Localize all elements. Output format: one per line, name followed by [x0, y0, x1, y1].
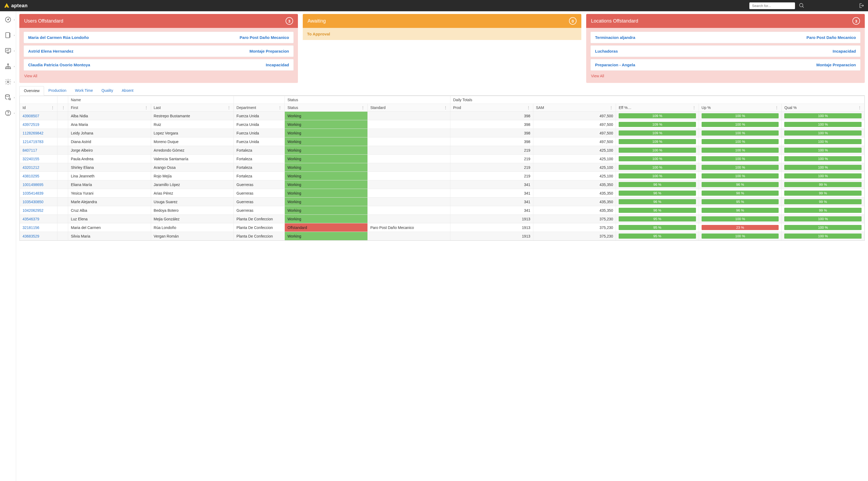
cell-blank	[57, 146, 68, 155]
card-row[interactable]: Maria del Carmen Rúa Londoño Paro Post D…	[24, 32, 293, 43]
cell-id[interactable]: 1035414839	[20, 189, 57, 198]
cell-id[interactable]: 32240155	[20, 155, 57, 163]
table-row[interactable]: 8407117Jorge AlbeiroArredondo GómezForta…	[20, 146, 865, 155]
kebab-icon[interactable]: ⋮	[227, 106, 231, 110]
table-row[interactable]: 43546379Luz ElenaMejia GonzálezPlanta De…	[20, 215, 865, 223]
cell-standard	[367, 129, 451, 138]
sidebar-item-settings[interactable]: ›	[0, 77, 16, 87]
cell-id[interactable]: 1214719783	[20, 138, 57, 146]
sidebar-item-help[interactable]: ›	[0, 108, 16, 118]
cell-id[interactable]: 43546379	[20, 215, 57, 223]
cell-blank	[57, 215, 68, 223]
sidebar-item-docs[interactable]: ›	[0, 30, 16, 40]
kebab-icon[interactable]: ⋮	[775, 106, 779, 110]
table-row[interactable]: 43201212Shirley ElianaArango OssaFortale…	[20, 163, 865, 172]
logo[interactable]: aptean	[4, 3, 28, 8]
reason-link[interactable]: Montaje Preparacion	[249, 49, 289, 53]
card-row[interactable]: Preparacion - Angela Montaje Preparacion	[590, 59, 861, 70]
card-row[interactable]: Claudia Patricia Osorio Montoya Incapaci…	[24, 59, 293, 70]
card-row[interactable]: Terminacion aljandra Paro Post Daño Meca…	[590, 32, 861, 43]
location-name-link[interactable]: Preparacion - Angela	[595, 63, 635, 67]
card-row[interactable]: Luchadoras Incapacidad	[590, 46, 861, 57]
cell-status: Working	[285, 155, 368, 163]
col-header-status[interactable]: Status⋮	[285, 104, 368, 112]
cell-up: 100 %	[699, 129, 782, 138]
sidebar-item-monitor[interactable]: ›	[0, 46, 16, 56]
reason-link[interactable]: Montaje Preparacion	[816, 63, 856, 67]
kebab-icon[interactable]: ⋮	[609, 106, 613, 110]
sidebar-item-database[interactable]: ›	[0, 92, 16, 102]
table-row[interactable]: 1214719783Diana AstridMoreno DuqueFuerza…	[20, 138, 865, 146]
table-row[interactable]: 1042062952Cruz AlbaBedoya BoteroGuerrera…	[20, 206, 865, 215]
card-row[interactable]: Astrid Elena Hernandez Montaje Preparaci…	[24, 46, 293, 57]
cell-id[interactable]: 43201212	[20, 163, 57, 172]
kebab-icon[interactable]: ⋮	[278, 106, 282, 110]
kebab-icon[interactable]: ⋮	[444, 106, 447, 110]
cell-sam: 425,100	[533, 163, 616, 172]
table-row[interactable]: 1035430850Marle AlejandraUsuga SuarezGue…	[20, 198, 865, 206]
cell-eff: 109 %	[616, 129, 699, 138]
cell-id[interactable]: 1128269842	[20, 129, 57, 138]
cell-id[interactable]: 1035430850	[20, 198, 57, 206]
tab-production[interactable]: Production	[44, 86, 70, 95]
search-icon[interactable]	[799, 3, 805, 8]
tab-work-time[interactable]: Work Time	[70, 86, 97, 95]
table-row[interactable]: 43810295Lina JeannethRojo MejíaFortaleza…	[20, 172, 865, 180]
kebab-icon[interactable]: ⋮	[51, 106, 55, 110]
reason-link[interactable]: Paro Post Daño Mecanico	[807, 35, 856, 40]
col-header-up[interactable]: Up %⋮	[699, 104, 782, 112]
search-input[interactable]	[749, 2, 795, 9]
tab-absent[interactable]: Absent	[118, 86, 138, 95]
col-header-eff[interactable]: Eff %…⋮	[616, 104, 699, 112]
table-row[interactable]: 32240155Paula AndreaValencia SantamaríaF…	[20, 155, 865, 163]
view-all-link[interactable]: View All	[24, 73, 293, 79]
reason-link[interactable]: Incapacidad	[266, 63, 289, 67]
col-header-last[interactable]: Last⋮	[151, 104, 234, 112]
cell-id[interactable]: 1042062952	[20, 206, 57, 215]
table-row[interactable]: 1128269842Leidy JohanaLopez VergaraFuerz…	[20, 129, 865, 138]
sidebar-item-dashboard[interactable]: ›	[0, 14, 16, 25]
table-row[interactable]: 43908507Alba NidiaRestrepo BustamanteFue…	[20, 112, 865, 120]
cell-id[interactable]: 43972519	[20, 120, 57, 129]
table-row[interactable]: 43683529Silvia MariaVergan RománPlanta D…	[20, 232, 865, 241]
col-header-standard[interactable]: Standard⋮	[367, 104, 451, 112]
cell-id[interactable]: 8407117	[20, 146, 57, 155]
kebab-icon[interactable]: ⋮	[527, 106, 530, 110]
tab-overview[interactable]: Overview	[19, 86, 44, 95]
table-row[interactable]: 1001498695Eliana MaríaJaramillo LópezGue…	[20, 180, 865, 189]
view-all-link[interactable]: View All	[590, 73, 861, 79]
kebab-icon[interactable]: ⋮	[145, 106, 148, 110]
table-row[interactable]: 32181156Maria del CarmenRúa LondoñoPlant…	[20, 223, 865, 232]
table-row[interactable]: 1035414839Yesica YuraniArias PérezGuerre…	[20, 189, 865, 198]
cell-id[interactable]: 32181156	[20, 223, 57, 232]
col-header-id[interactable]: Id⋮	[20, 104, 57, 112]
cell-id[interactable]: 43683529	[20, 232, 57, 241]
user-name-link[interactable]: Claudia Patricia Osorio Montoya	[28, 63, 90, 67]
location-name-link[interactable]: Luchadoras	[595, 49, 618, 53]
user-name-link[interactable]: Astrid Elena Hernandez	[28, 49, 73, 53]
location-name-link[interactable]: Terminacion aljandra	[595, 35, 635, 40]
col-header-sam[interactable]: SAM⋮	[533, 104, 616, 112]
kebab-icon[interactable]: ⋮	[361, 106, 365, 110]
to-approval-link[interactable]: To Approval	[307, 32, 330, 36]
tab-quality[interactable]: Quality	[97, 86, 118, 95]
col-header-first[interactable]: First⋮	[68, 104, 151, 112]
cell-id[interactable]: 1001498695	[20, 180, 57, 189]
cell-dept: Fuerza Unida	[234, 120, 285, 129]
cell-id[interactable]: 43810295	[20, 172, 57, 180]
cell-sam: 375,230	[533, 232, 616, 241]
logout-icon[interactable]	[858, 3, 864, 8]
col-header-dept[interactable]: Department⋮	[234, 104, 285, 112]
reason-link[interactable]: Incapacidad	[833, 49, 856, 53]
kebab-icon[interactable]: ⋮	[858, 106, 862, 110]
cell-id[interactable]: 43908507	[20, 112, 57, 120]
col-header-blank[interactable]: ⋮	[57, 104, 68, 112]
kebab-icon[interactable]: ⋮	[692, 106, 696, 110]
kebab-icon[interactable]: ⋮	[61, 106, 65, 110]
user-name-link[interactable]: Maria del Carmen Rúa Londoño	[28, 35, 89, 40]
reason-link[interactable]: Paro Post Daño Mecanico	[240, 35, 289, 40]
table-row[interactable]: 43972519Ana MariaRuizFuerza UnidaWorking…	[20, 120, 865, 129]
col-header-qual[interactable]: Qual %⋮	[782, 104, 865, 112]
col-header-prod[interactable]: Prod⋮	[451, 104, 533, 112]
sidebar-item-org[interactable]: ›	[0, 61, 16, 71]
